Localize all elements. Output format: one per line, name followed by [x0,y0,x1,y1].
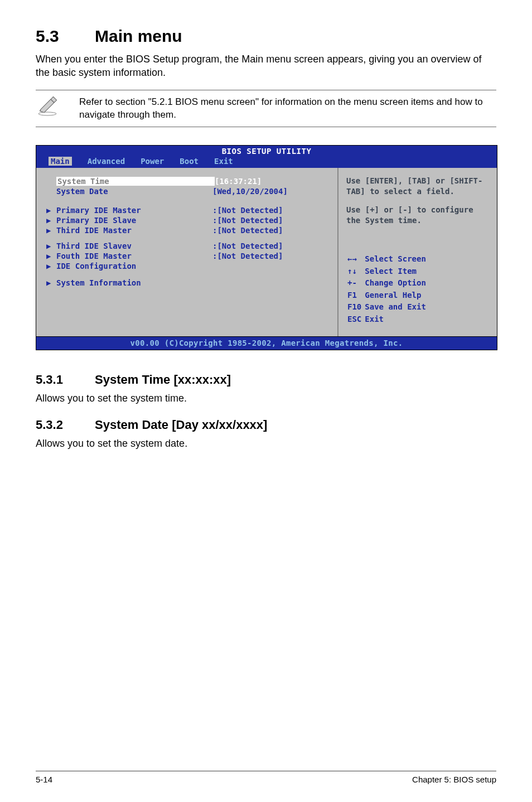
bios-help-text-2: Use [+] or [-] to configure the System t… [346,205,491,226]
legend-val: Select Item [365,266,428,277]
field-label: System Time [56,177,215,186]
bios-title: BIOS SETUP UTILITY [36,146,497,156]
legend-key: ↑↓ [347,266,364,277]
legend-key: F1 [347,290,364,301]
page-footer: 5-14 Chapter 5: BIOS setup [36,771,496,798]
triangle-icon: ▶ [46,241,56,250]
legend-key: ←→ [347,254,364,265]
intro-paragraph: When you enter the BIOS Setup program, t… [36,52,496,80]
subsection-body: Allows you to set the system time. [36,393,496,404]
field-value: :[Not Detected] [212,216,283,225]
field-value: [Wed,10/20/2004] [212,187,288,196]
legend-val: Exit [365,314,428,325]
bios-row-third-ide-master: ▶ Third IDE Master :[Not Detected] [46,226,332,235]
bios-screenshot: BIOS SETUP UTILITY Main Advanced Power B… [36,145,497,350]
field-value: :[Not Detected] [212,252,283,260]
legend-key: +- [347,278,364,289]
bios-key-legend: ←→Select Screen ↑↓Select Item +-Change O… [346,253,491,326]
bios-row-system-date: System Date [Wed,10/20/2004] [46,187,332,196]
bios-menu-boot: Boot [180,157,199,166]
field-value: :[Not Detected] [212,226,283,235]
svg-point-0 [38,112,56,115]
triangle-icon: ▶ [46,252,56,260]
triangle-icon: ▶ [46,262,56,270]
bios-left-pane: System Time [16:37:21] System Date [Wed,… [36,168,338,336]
bios-row-system-info: ▶ System Information [46,278,332,287]
bios-row-prim-ide-slave: ▶ Primary IDE Slave :[Not Detected] [46,216,332,225]
field-label: System Information [56,278,212,287]
legend-key: ESC [347,314,364,325]
legend-val: General Help [365,290,428,301]
legend-val: Select Screen [365,254,428,265]
subsection-title: System Date [Day xx/xx/xxxx] [95,418,267,432]
bios-help-text-1: Use [ENTER], [TAB] or [SHIFT-TAB] to sel… [346,176,491,197]
bios-row-system-time: System Time [16:37:21] [46,177,332,186]
note-box: Refer to section "5.2.1 BIOS menu screen… [36,90,496,128]
legend-val: Change Option [365,278,428,289]
section-number: 5.3 [36,27,95,46]
field-label: Third IDE Slavev [56,241,212,250]
note-text: Refer to section "5.2.1 BIOS menu screen… [79,96,496,122]
bios-row-prim-ide-master: ▶ Primary IDE Master :[Not Detected] [46,206,332,215]
bios-menubar: Main Advanced Power Boot Exit [36,156,497,168]
bios-header: BIOS SETUP UTILITY Main Advanced Power B… [36,146,497,168]
field-label: System Date [56,187,212,196]
triangle-icon: ▶ [46,206,56,215]
bios-row-fourth-ide-master: ▶ Fouth IDE Master :[Not Detected] [46,252,332,260]
pencil-icon [36,96,64,116]
field-label: IDE Configuration [56,262,212,270]
bios-menu-exit: Exit [214,157,233,166]
subsection-number: 5.3.2 [36,418,95,432]
subsection-body: Allows you to set the system date. [36,438,496,450]
field-label: Third IDE Master [56,226,212,235]
field-value: [16:37:21] [215,177,262,186]
bios-footer: v00.00 (C)Copyright 1985-2002, American … [36,336,497,350]
chapter-name: Chapter 5: BIOS setup [412,775,496,784]
page-number: 5-14 [36,775,52,784]
triangle-icon: ▶ [46,278,56,287]
bios-menu-main: Main [49,157,72,166]
bios-menu-advanced: Advanced [88,157,125,166]
bios-right-pane: Use [ENTER], [TAB] or [SHIFT-TAB] to sel… [338,168,497,336]
field-value: :[Not Detected] [212,241,283,250]
legend-val: Save and Exit [365,302,428,313]
subsection-heading: 5.3.1System Time [xx:xx:xx] [36,373,496,387]
field-label: Primary IDE Master [56,206,212,215]
section-heading: 5.3Main menu [36,27,496,46]
bios-row-third-ide-slave: ▶ Third IDE Slavev :[Not Detected] [46,241,332,250]
field-label: Primary IDE Slave [56,216,212,225]
bios-row-ide-config: ▶ IDE Configuration [46,262,332,270]
section-title: Main menu [95,27,182,45]
legend-key: F10 [347,302,364,313]
field-value: :[Not Detected] [212,206,283,215]
field-label: Fouth IDE Master [56,252,212,260]
triangle-icon: ▶ [46,216,56,225]
subsection-number: 5.3.1 [36,373,95,387]
subsection-title: System Time [xx:xx:xx] [95,373,231,386]
subsection-heading: 5.3.2System Date [Day xx/xx/xxxx] [36,418,496,432]
bios-menu-power: Power [141,157,164,166]
triangle-icon: ▶ [46,226,56,235]
